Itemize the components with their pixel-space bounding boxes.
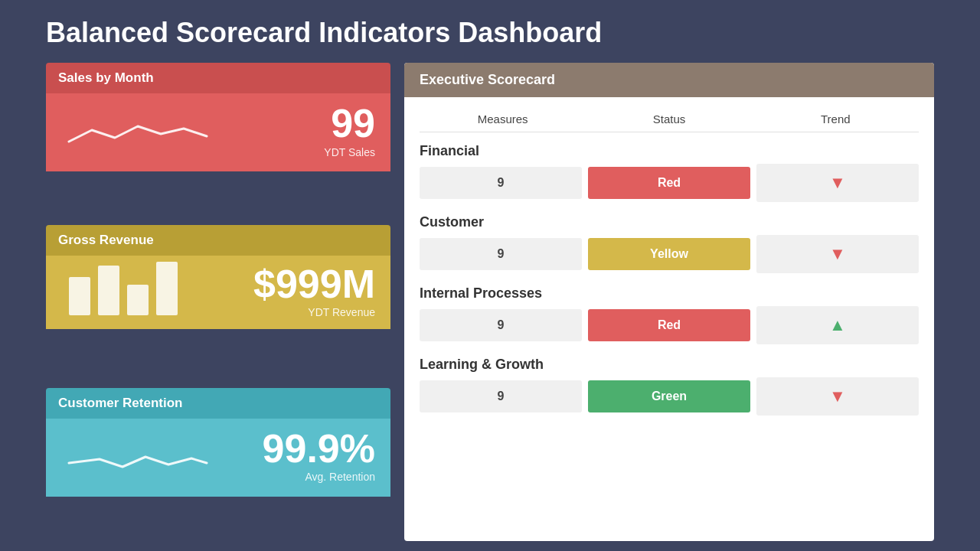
financial-trend: ▼: [756, 164, 919, 202]
bar-3: [127, 285, 149, 315]
revenue-card: Gross Revenue $999M YDT Revenue: [46, 225, 390, 378]
learning-status: Green: [588, 380, 750, 412]
revenue-card-body: $999M YDT Revenue: [46, 256, 390, 329]
bar-2: [98, 266, 119, 315]
scorecard-learning-section: Learning & Growth 9 Green ▼: [420, 350, 919, 416]
left-column: Sales by Month 99 YDT Sales Gross Revenu…: [46, 63, 390, 541]
revenue-value: $999M: [253, 262, 375, 306]
dashboard-content: Sales by Month 99 YDT Sales Gross Revenu…: [0, 63, 980, 541]
scorecard-customer-label: Customer: [420, 208, 919, 235]
scorecard-customer-row: 9 Yellow ▼: [420, 235, 919, 273]
scorecard-header: Executive Scorecard: [404, 63, 934, 97]
retention-card: Customer Retention 99.9% Avg. Retention: [46, 388, 390, 541]
scorecard-internal-section: Internal Processes 9 Red ▲: [420, 279, 919, 344]
customer-trend-arrow: ▼: [829, 244, 846, 263]
scorecard-learning-row: 9 Green ▼: [420, 377, 919, 416]
retention-label: Avg. Retention: [263, 471, 375, 483]
financial-status: Red: [588, 167, 750, 199]
customer-trend: ▼: [756, 235, 919, 273]
financial-measure: 9: [420, 167, 582, 199]
internal-status: Red: [588, 309, 750, 341]
sales-value: 99: [324, 102, 375, 145]
scorecard-learning-label: Learning & Growth: [420, 350, 919, 377]
internal-measure: 9: [420, 309, 582, 341]
scorecard-internal-label: Internal Processes: [420, 279, 919, 306]
col-trend: Trend: [753, 112, 919, 126]
scorecard-financial-row: 9 Red ▼: [420, 164, 919, 202]
sales-label: YDT Sales: [324, 146, 375, 158]
customer-measure: 9: [420, 238, 582, 270]
financial-trend-arrow: ▼: [829, 173, 846, 192]
sales-card-header: Sales by Month: [46, 63, 390, 93]
scorecard-customer-section: Customer 9 Yellow ▼: [420, 208, 919, 273]
learning-trend-arrow: ▼: [829, 386, 846, 406]
col-measures: Measures: [420, 112, 586, 126]
scorecard-financial-section: Financial 9 Red ▼: [420, 137, 919, 202]
revenue-metric: $999M YDT Revenue: [253, 262, 375, 318]
bar-1: [69, 277, 90, 315]
sales-metric: 99 YDT Sales: [324, 102, 375, 158]
learning-trend: ▼: [756, 377, 919, 416]
retention-card-body: 99.9% Avg. Retention: [46, 419, 390, 497]
scorecard-column-headers: Measures Status Trend: [420, 105, 919, 132]
sales-card-body: 99 YDT Sales: [46, 93, 390, 171]
retention-card-header: Customer Retention: [46, 388, 390, 419]
executive-scorecard: Executive Scorecard Measures Status Tren…: [404, 63, 934, 541]
col-status: Status: [586, 112, 752, 126]
page-title: Balanced Scorecard Indicators Dashboard: [0, 0, 980, 63]
customer-status: Yellow: [588, 238, 750, 270]
sales-line-chart: [61, 99, 324, 161]
internal-trend: ▲: [756, 306, 919, 344]
sales-card: Sales by Month 99 YDT Sales: [46, 63, 390, 216]
internal-trend-arrow: ▲: [829, 315, 846, 334]
retention-value: 99.9%: [263, 427, 375, 471]
bar-4: [156, 262, 178, 315]
revenue-label: YDT Revenue: [253, 306, 375, 318]
revenue-bar-chart: [61, 262, 253, 318]
scorecard-body: Measures Status Trend Financial 9 Red ▼ …: [404, 97, 934, 541]
retention-line-chart: [61, 425, 263, 486]
learning-measure: 9: [420, 380, 582, 412]
revenue-card-header: Gross Revenue: [46, 225, 390, 256]
scorecard-internal-row: 9 Red ▲: [420, 306, 919, 344]
retention-metric: 99.9% Avg. Retention: [263, 427, 375, 483]
scorecard-financial-label: Financial: [420, 137, 919, 164]
